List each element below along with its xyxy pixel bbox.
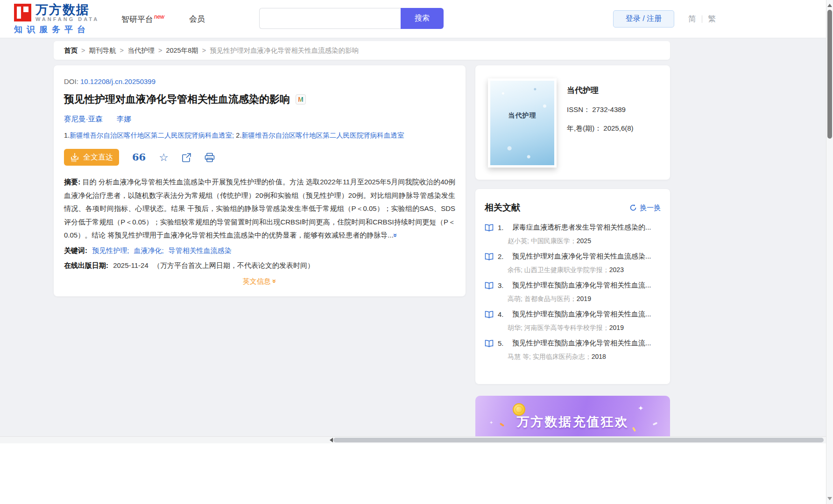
login-register-button[interactable]: 登录 / 注册 — [613, 10, 674, 28]
related-item-title: 尿毒症血液透析患者发生导管相关性感染的... — [512, 223, 661, 232]
breadcrumb-journal-nav[interactable]: 期刊导航 — [89, 46, 116, 55]
lang-traditional[interactable]: 繁 — [708, 14, 716, 24]
english-info-label: 英文信息 — [243, 277, 271, 285]
related-item-year: 2025 — [577, 237, 591, 245]
keyword-link[interactable]: 导管相关性血流感染 — [169, 246, 232, 254]
author-list: 赛尼曼·亚森 李娜 — [64, 114, 455, 124]
book-icon — [485, 311, 494, 318]
breadcrumb-separator: > — [158, 47, 162, 54]
related-item-title-row[interactable]: 1. 尿毒症血液透析患者发生导管相关性感染的... — [485, 223, 661, 232]
m-badge-icon[interactable]: M — [296, 94, 306, 105]
related-item-number: 3. — [498, 281, 508, 289]
scroll-up-arrow-icon[interactable] — [827, 1, 832, 7]
breadcrumb-journal[interactable]: 当代护理 — [127, 46, 155, 55]
logo-tagline: 知识服务平台 — [14, 24, 99, 35]
nav-zhiyan-label: 智研平台 — [121, 15, 153, 24]
wanfang-logo[interactable]: 万方数据 WANFANG DATA 知识服务平台 — [14, 3, 99, 35]
vertical-scrollbar[interactable] — [826, 0, 833, 504]
search-button[interactable]: 搜索 — [401, 8, 444, 29]
related-item: 5. 预见性护理在预防血液净化导管相关性血流... 马慧 等; 实用临床医药杂志… — [485, 339, 661, 361]
author-link[interactable]: 赛尼曼·亚森 — [64, 114, 103, 124]
article-title-row: 预见性护理对血液净化导管相关性血流感染的影响 M — [64, 92, 455, 106]
affiliation-line: 1.新疆维吾尔自治区喀什地区第二人民医院肾病科血透室; 2.新疆维吾尔自治区喀什… — [64, 131, 455, 140]
print-icon[interactable] — [205, 153, 215, 162]
related-item-title-row[interactable]: 3. 预见性护理在预防血液净化导管相关性血流... — [485, 281, 661, 290]
free-download-icon: free — [70, 152, 79, 162]
refresh-related-button[interactable]: 换一换 — [629, 203, 661, 212]
keywords-row: 关键词: 预见性护理; 血液净化; 导管相关性血流感染 — [64, 246, 455, 255]
related-item-number: 4. — [498, 310, 508, 318]
nav-member-label: 会员 — [189, 14, 205, 23]
svg-text:free: free — [71, 159, 77, 162]
related-item-meta: 高萌; 首都食品与医药；2019 — [508, 295, 661, 303]
related-item: 2. 预见性护理对血液净化导管相关性血流感染... 余伟; 山西卫生健康职业学院… — [485, 252, 661, 274]
related-item: 4. 预见性护理在预防血液净化导管相关性血流... 胡华; 河南医学高等专科学校… — [485, 310, 661, 332]
related-item: 3. 预见性护理在预防血液净化导管相关性血流... 高萌; 首都食品与医药；20… — [485, 281, 661, 303]
lang-simplified[interactable]: 简 — [688, 14, 696, 24]
pubdate-label: 在线出版日期: — [64, 261, 108, 269]
breadcrumb-current: 预见性护理对血液净化导管相关性血流感染的影响 — [210, 46, 359, 55]
journal-name-link[interactable]: 当代护理 — [567, 85, 634, 96]
promo-banner-text: 万方数据充值狂欢 — [475, 413, 670, 430]
related-item-year: 2019 — [609, 324, 624, 331]
search-input[interactable] — [259, 8, 401, 29]
share-export-icon[interactable] — [182, 153, 191, 162]
refresh-icon — [629, 204, 637, 211]
affiliation-link[interactable]: 新疆维吾尔自治区喀什地区第二人民医院肾病科血透室; — [70, 132, 234, 139]
related-list: 1. 尿毒症血液透析患者发生导管相关性感染的... 赵小英; 中国民康医学；20… — [485, 223, 661, 361]
doi-link[interactable]: 10.12208/j.cn.20250399 — [80, 77, 155, 85]
breadcrumb-home[interactable]: 首页 — [64, 46, 78, 55]
m-badge-letter: M — [298, 96, 304, 103]
cite-icon[interactable]: 66 — [132, 153, 146, 162]
journal-volume-row: 年,卷(期)： 2025,6(8) — [567, 124, 634, 133]
breadcrumb-issue[interactable]: 2025年8期 — [166, 46, 198, 55]
keyword-link[interactable]: 预见性护理; — [92, 246, 129, 254]
related-header: 相关文献 换一换 — [485, 202, 661, 214]
related-item-year: 2023 — [609, 266, 624, 273]
pubdate-note: （万方平台首次上网日期，不代表论文的发表时间） — [153, 261, 314, 269]
related-literature-card: 相关文献 换一换 1. 尿毒症血液透析患者发生导管相关性感染的... 赵小英; … — [475, 189, 670, 384]
nav-item-zhiyan[interactable]: 智研平台new — [121, 14, 164, 25]
refresh-label: 换一换 — [640, 203, 661, 212]
journal-info: 当代护理 ISSN： 2732-4389 年,卷(期)： 2025,6(8) — [567, 85, 634, 133]
related-item-number: 5. — [498, 339, 508, 347]
journal-cover[interactable]: 当代护理 — [488, 78, 557, 168]
related-item-meta: 胡华; 河南医学高等专科学校学报；2019 — [508, 324, 661, 332]
promo-banner[interactable]: ✦ ✦ 万方数据充值狂欢 — [475, 396, 670, 436]
related-item-number: 1. — [498, 224, 508, 231]
related-item-title-row[interactable]: 5. 预见性护理在预防血液净化导管相关性血流... — [485, 339, 661, 348]
book-icon — [485, 282, 494, 289]
expand-abstract-icon[interactable]: » — [389, 233, 402, 237]
journal-cover-title: 当代护理 — [490, 112, 554, 120]
related-item-meta: 赵小英; 中国民康医学；2025 — [508, 237, 661, 245]
breadcrumb: 首页 > 期刊导航 > 当代护理 > 2025年8期 > 预见性护理对血液净化导… — [54, 41, 670, 60]
language-switch: 简 繁 — [688, 14, 716, 24]
scroll-left-arrow-icon[interactable] — [327, 438, 333, 442]
logo-subtitle: WANFANG DATA — [35, 16, 99, 22]
affiliation-index: 1. — [64, 132, 70, 139]
page-title: 预见性护理对血液净化导管相关性血流感染的影响 — [64, 92, 290, 106]
keyword-link[interactable]: 血液净化; — [134, 246, 164, 254]
related-item-source: 余伟; 山西卫生健康职业学院学报； — [508, 266, 609, 273]
affiliation-index: 2. — [236, 132, 241, 139]
related-item-title: 预见性护理在预防血液净化导管相关性血流... — [512, 339, 661, 348]
related-item-title: 预见性护理在预防血液净化导管相关性血流... — [512, 281, 661, 290]
keywords-label: 关键词: — [64, 246, 87, 254]
search-box: 搜索 — [259, 8, 444, 29]
horizontal-scrollbar-thumb[interactable] — [333, 438, 824, 442]
issn-value: 2732-4389 — [592, 105, 626, 113]
new-badge: new — [154, 14, 164, 20]
scroll-down-arrow-icon[interactable] — [827, 497, 832, 503]
affiliation-link[interactable]: 新疆维吾尔自治区喀什地区第二人民医院肾病科血透室 — [241, 132, 404, 139]
vertical-scrollbar-thumb[interactable] — [827, 10, 832, 139]
author-link[interactable]: 李娜 — [117, 114, 131, 124]
related-item-title-row[interactable]: 4. 预见性护理在预防血液净化导管相关性血流... — [485, 310, 661, 319]
fulltext-button[interactable]: free 全文直达 — [64, 149, 119, 166]
horizontal-scrollbar[interactable] — [0, 436, 833, 443]
nav-item-member[interactable]: 会员 — [189, 14, 205, 24]
related-item-source: 高萌; 首都食品与医药； — [508, 295, 577, 302]
english-info-toggle[interactable]: 英文信息 » — [64, 277, 455, 286]
related-item-title-row[interactable]: 2. 预见性护理对血液净化导管相关性血流感染... — [485, 252, 661, 261]
online-pubdate-row: 在线出版日期: 2025-11-24 （万方平台首次上网日期，不代表论文的发表时… — [64, 261, 455, 270]
favorite-star-icon[interactable]: ☆ — [159, 152, 169, 162]
